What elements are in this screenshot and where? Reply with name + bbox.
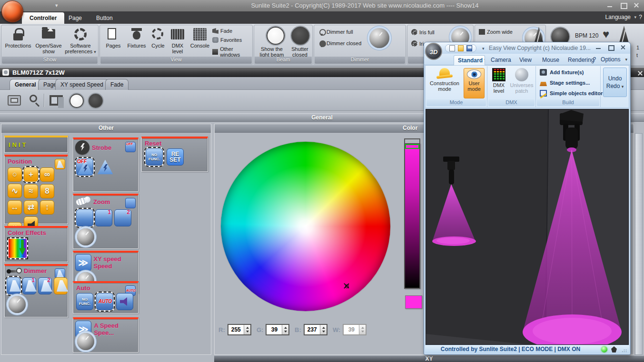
dmx-level-button[interactable]: DMX level <box>168 27 188 54</box>
init-section[interactable]: INIT <box>4 136 68 153</box>
dimmer-on-button[interactable] <box>7 277 20 294</box>
position-pattern-curve-button[interactable]: ∿ <box>8 184 22 198</box>
shutter-closed-button[interactable] <box>291 27 309 45</box>
strobe-on-button[interactable] <box>97 159 113 175</box>
brightness-slider[interactable] <box>404 143 420 289</box>
auto-audio-button[interactable] <box>116 293 133 310</box>
search-icon[interactable] <box>30 95 37 102</box>
green-input[interactable] <box>267 325 282 334</box>
position-pattern-pan-button[interactable]: ↔ <box>8 200 22 215</box>
dimmer-knob[interactable] <box>369 28 389 48</box>
open-save-show-button[interactable]: Open/Save show <box>34 27 63 54</box>
ev-tab-standard[interactable]: Standard t <box>454 55 485 65</box>
position-pattern-tilt-button[interactable]: ↕ <box>40 200 54 215</box>
position-pattern-rings-button[interactable]: ∞ <box>40 167 54 182</box>
fixture-window-close-icon[interactable] <box>634 69 641 75</box>
color-effects-gradient-button[interactable] <box>9 239 27 258</box>
position-pattern-circle-button[interactable]: ○ <box>8 167 22 182</box>
auto-on-button[interactable]: AUTO <box>96 293 113 310</box>
fade-button[interactable]: Fade <box>212 28 232 34</box>
simple-objects-editor-button[interactable]: Simple objects editor <box>540 90 603 97</box>
fixtures-button[interactable]: Fixtures <box>125 27 149 49</box>
favorites-button[interactable]: Favorites <box>212 37 242 43</box>
red-stepper[interactable] <box>244 325 250 334</box>
fixture-tab-xy-speed[interactable]: XY speed Speed <box>55 79 109 90</box>
easy-view-titlebar[interactable]: ▾ Easy View Copyright (c) Nicolaudie 19.… <box>424 42 630 54</box>
language-caret-icon[interactable]: ▾ <box>634 15 636 20</box>
tab-page[interactable]: Page <box>61 12 89 24</box>
universes-patch-button[interactable]: Universes patch <box>508 68 535 94</box>
beam-open-button[interactable] <box>69 94 84 108</box>
dimmer-1-button[interactable]: 1 <box>22 277 36 294</box>
window-view-button[interactable] <box>8 95 21 106</box>
color-wheel-marker[interactable] <box>344 283 349 289</box>
brightness-slider-handle[interactable] <box>404 138 420 144</box>
ev-options-menu[interactable]: Options <box>601 56 620 63</box>
add-fixtures-button[interactable]: Add fixture(s) <box>540 69 584 76</box>
show-light-beam-button[interactable] <box>267 27 285 45</box>
blue-stepper[interactable] <box>320 325 327 334</box>
easy-view-close-button[interactable] <box>619 44 627 51</box>
blue-input[interactable] <box>305 325 320 334</box>
ev-help-button[interactable]: ? <box>593 56 596 63</box>
position-pattern-wave-button[interactable]: ≈ <box>24 184 38 198</box>
redo-button[interactable]: Redo ▾ <box>604 82 626 90</box>
easy-view-minimize-button[interactable] <box>594 44 603 51</box>
red-input[interactable] <box>228 325 244 334</box>
tab-controller[interactable]: Controller <box>22 12 64 24</box>
user-mode-button[interactable]: User mode <box>464 68 485 98</box>
position-corner-icon[interactable] <box>55 159 65 169</box>
reset-no-func-button[interactable]: NO FUNC. <box>146 148 163 166</box>
strobe-off-button[interactable]: OFF <box>76 158 93 176</box>
options-caret-icon[interactable]: ▾ <box>625 57 627 62</box>
save-icon[interactable] <box>466 45 472 51</box>
init-button[interactable]: INIT <box>5 137 68 148</box>
language-menu[interactable]: Language <box>605 14 631 20</box>
protections-button[interactable]: Protections <box>3 27 33 49</box>
zoom-corner-icon[interactable] <box>125 198 136 208</box>
dimmer-2-button[interactable]: 2 <box>38 277 52 294</box>
other-windows-button[interactable]: Other windows <box>212 46 252 58</box>
dimmer-dots-button[interactable] <box>54 277 68 294</box>
zoom-preset-2-button[interactable]: 2 <box>114 209 131 226</box>
a-speed-knob[interactable] <box>77 333 94 350</box>
open-folder-icon[interactable] <box>458 45 464 51</box>
restore-button[interactable] <box>617 1 629 9</box>
auto-no-func-button[interactable]: NO FUNC. <box>76 293 93 310</box>
iris-full-button[interactable]: Iris full <box>411 29 435 35</box>
close-button[interactable] <box>631 1 642 9</box>
tab-button[interactable]: Button <box>89 12 120 24</box>
green-stepper[interactable] <box>282 325 288 334</box>
dimmer-full-button[interactable]: Dimmer full <box>319 29 353 35</box>
quick-access-caret-icon[interactable]: ▾ <box>482 46 485 51</box>
ev-dmx-level-button[interactable]: DMX level <box>489 68 508 94</box>
sunlite-logo-icon[interactable] <box>1 0 23 22</box>
console-button[interactable]: Console <box>188 27 212 49</box>
pages-button[interactable]: Pages <box>103 27 124 49</box>
fixture-tab-fade[interactable]: Fade <box>105 79 129 90</box>
easy-view-restore-button[interactable] <box>606 44 615 51</box>
color-wheel[interactable] <box>221 142 390 311</box>
zoom-preset-button[interactable] <box>76 209 93 226</box>
ev-tab-view[interactable]: View <box>515 55 535 65</box>
position-pattern-pan2-button[interactable]: ⇄ <box>24 200 38 215</box>
ev-tab-mouse[interactable]: Mouse <box>538 55 563 65</box>
reset-button[interactable]: RE SET <box>167 148 184 166</box>
position-pattern-eight-button[interactable]: 8 <box>40 184 54 198</box>
ev-tab-camera[interactable]: Camera <box>487 55 515 65</box>
software-preferences-button[interactable]: Software preferences ▾ <box>64 27 97 55</box>
beam-closed-button[interactable] <box>89 94 103 108</box>
new-document-icon[interactable] <box>449 45 455 51</box>
zoom-preset-1-button[interactable]: 1 <box>95 209 112 226</box>
stage-3d-viewport[interactable] <box>426 109 629 345</box>
dimmer-closed-button[interactable]: Dimmer closed <box>319 40 361 46</box>
quick-access-caret-icon[interactable]: ▾ <box>55 2 58 9</box>
resize-grip[interactable]: .:: <box>622 347 628 354</box>
color-panel-scrollbar[interactable] <box>635 133 643 355</box>
stage-settings-button[interactable]: Stage settings... <box>540 79 590 86</box>
zoom-section-knob[interactable] <box>77 228 94 245</box>
strobe-corner-icon[interactable]: OFF <box>125 142 136 152</box>
position-pattern-center-button[interactable]: + <box>24 167 38 182</box>
minimize-button[interactable] <box>604 1 615 9</box>
cycle-button[interactable]: Cycle <box>149 27 168 49</box>
